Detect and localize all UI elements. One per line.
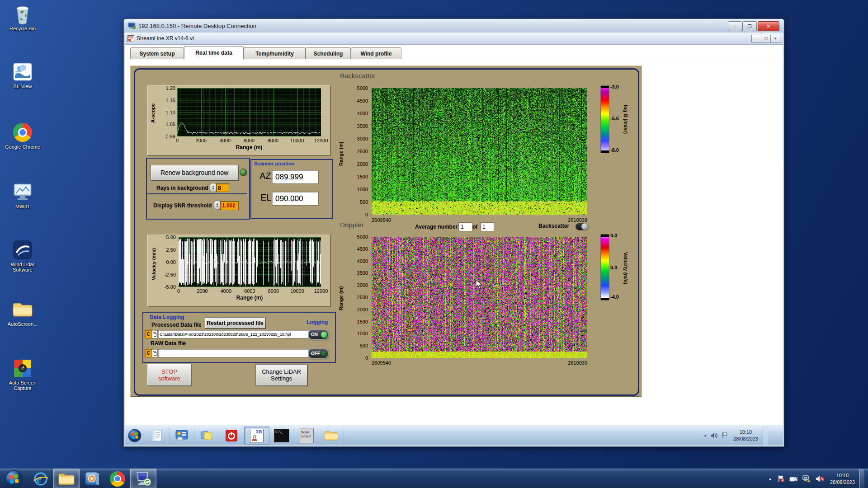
speaker-icon[interactable] (711, 432, 718, 439)
battery-icon[interactable] (789, 475, 797, 483)
tab-wind-profile[interactable]: Wind profile (351, 47, 401, 59)
renew-background-button[interactable]: Renew background now (151, 165, 238, 180)
remote-taskbar-system-settings[interactable] (170, 427, 194, 444)
spin-down-icon: ▼ (216, 205, 219, 208)
minimize-button[interactable] (728, 21, 742, 31)
processed-browse-icon[interactable] (151, 330, 158, 338)
processed-data-file-label: Processed Data file (151, 322, 202, 328)
action-center-flag-icon[interactable] (778, 475, 785, 483)
tick-label: 0.00 (156, 259, 176, 265)
backscatter-toggle-switch[interactable] (576, 223, 588, 230)
on-label: ON (311, 332, 318, 337)
remote-date: 28/08/2023 (733, 436, 758, 442)
taskbar-media-player[interactable] (80, 469, 105, 488)
restart-processed-file-button[interactable]: Restart processed file (205, 317, 265, 328)
backscatter-title: Backscatter (340, 72, 375, 80)
remote-taskbar-scan-scheduler[interactable]: Scan sched (294, 427, 319, 444)
stop-line2: software (158, 375, 180, 382)
remote-taskbar-shutdown[interactable] (219, 427, 244, 444)
maximize-button[interactable] (742, 21, 757, 31)
remote-taskbar-command-prompt[interactable]: C:\_ (269, 427, 294, 444)
shutdown-icon (226, 430, 237, 441)
rdp-titlebar[interactable]: 192.168.0.150 - Remote Desktop Connectio… (124, 19, 784, 33)
system-settings-icon (175, 430, 188, 441)
el-value-field[interactable]: 090.000 (272, 192, 319, 206)
remote-taskbar-file-explorer[interactable] (319, 427, 344, 444)
desktop-icon-bl-view[interactable]: BL-View (4, 61, 42, 89)
az-value: 089.999 (275, 173, 303, 182)
remote-start-button[interactable] (125, 429, 145, 442)
remote-taskbar-sticky-notes[interactable] (194, 427, 219, 444)
remote-taskbar-streamline-xr[interactable]: XR (244, 427, 269, 445)
raw-browse-icon[interactable] (151, 349, 158, 357)
desktop-icon-wind-lidar[interactable]: Wind Lidar Software (4, 239, 42, 272)
chrome-icon (110, 471, 125, 487)
raw-drive-box[interactable]: C (145, 349, 152, 357)
mw41-icon (12, 182, 33, 202)
off-label: OFF (311, 351, 320, 356)
taskbar-file-explorer[interactable] (53, 469, 80, 488)
app-close-button[interactable] (770, 35, 780, 42)
network-warning-icon[interactable] (802, 475, 811, 483)
start-button[interactable] (0, 470, 28, 488)
doppler-heatmap (372, 237, 587, 358)
processed-drive-box[interactable]: C (145, 330, 152, 338)
processed-logging-toggle[interactable]: ON (308, 329, 329, 340)
rays-value-field[interactable]: 8 (216, 183, 229, 192)
average-number-field[interactable]: 1 (458, 222, 472, 231)
processed-path-field[interactable]: C:\Lidar\Data\Proc\2023\202308\20230828\… (158, 330, 312, 338)
stop-software-button[interactable]: STOP software (147, 364, 192, 386)
app-titlebar[interactable]: StreamLine XR v14-6.vi (125, 33, 783, 45)
desktop-icon-mw41[interactable]: MW41 (4, 182, 42, 209)
close-button[interactable] (758, 21, 779, 31)
backscatter-toggle-label: Backscatter (538, 223, 569, 229)
az-value-field[interactable]: 089.999 (272, 170, 319, 184)
tab-real-time-data[interactable]: Real time data (184, 46, 244, 59)
tick-label: 1000 (348, 187, 368, 192)
taskbar-chrome[interactable] (105, 469, 130, 488)
app-restore-button[interactable] (761, 35, 771, 42)
rays-spinner[interactable]: ▲▼ (210, 183, 217, 192)
command-prompt-icon: C:\_ (274, 429, 289, 442)
snr-value-field[interactable]: 1.002 (220, 201, 239, 210)
az-label: AZ (259, 171, 271, 181)
tray-expand-icon[interactable]: ▲ (768, 477, 772, 481)
desktop-icon-auto-screen-capture[interactable]: Auto Screen Capture (4, 358, 42, 391)
stop-line1: STOP (161, 368, 177, 375)
remote-show-desktop[interactable] (763, 426, 768, 445)
tick-label: 2500 (348, 149, 368, 154)
desktop-icon-autoscreen-folder[interactable]: AutoScreen... (4, 299, 42, 327)
media-player-icon (85, 471, 100, 487)
tick-label: 6000 (238, 138, 260, 143)
show-desktop-button[interactable] (859, 469, 864, 488)
tab-system-setup[interactable]: System setup (130, 47, 184, 59)
taskbar-remote-desktop[interactable] (130, 469, 156, 488)
bl-view-icon (12, 61, 33, 82)
change-lidar-settings-button[interactable]: Change LiDAR Settings (255, 364, 307, 386)
average-of-field[interactable]: 1 (480, 222, 494, 231)
tick-label: 4500 (348, 98, 368, 103)
app-title-text: StreamLine XR v14-6.vi (137, 35, 194, 42)
flag-icon[interactable] (722, 432, 728, 439)
taskbar-internet-explorer[interactable]: e (28, 469, 53, 488)
host-taskbar: e ▲ 10:10 28/08/2023 (0, 469, 868, 488)
processed-path-value: C:\Lidar\Data\Proc\2023\202308\20230828\… (160, 332, 291, 337)
tray-expand-icon[interactable]: ▲ (703, 433, 707, 437)
scanner-position-title: Scanner position (254, 161, 294, 166)
host-clock[interactable]: 10:10 28/08/2023 (830, 472, 855, 486)
tab-scheduling[interactable]: Scheduling (306, 47, 351, 59)
tick-label: 0 (348, 355, 368, 361)
labview-vi-icon (127, 35, 134, 42)
snr-spinner[interactable]: ▲▼ (214, 201, 221, 210)
desktop-icon-recycle-bin[interactable]: Recycle Bin (4, 4, 42, 31)
remote-taskbar-notepad[interactable] (145, 427, 170, 444)
speaker-muted-icon[interactable] (816, 475, 825, 483)
backscatter-ylabel: Range (m) (338, 129, 344, 178)
scan-icon-line1: Scan (301, 430, 313, 434)
raw-logging-toggle[interactable]: OFF (308, 348, 329, 359)
raw-path-field[interactable] (158, 349, 311, 357)
desktop-icon-google-chrome[interactable]: Google Chrome (4, 122, 42, 150)
remote-clock[interactable]: 10:10 28/08/2023 (733, 429, 758, 442)
tab-temp-humidity[interactable]: Temp/humidity (244, 47, 306, 59)
app-minimize-button[interactable] (751, 35, 761, 42)
